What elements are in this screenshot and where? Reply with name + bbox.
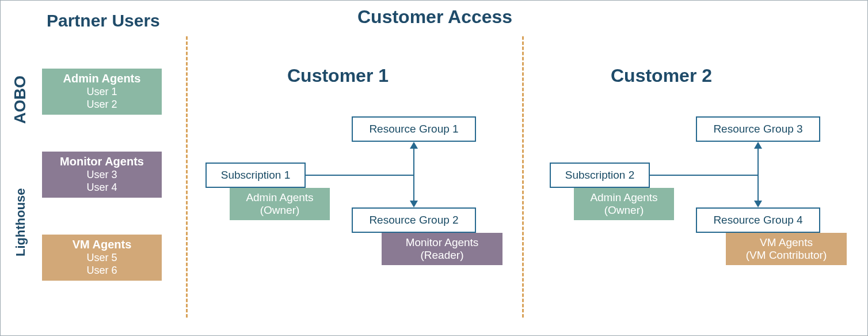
divider-1 [186, 36, 188, 318]
subscription2-tag-role: (Owner) [604, 204, 644, 217]
rg4-tag: VM Agents (VM Contributor) [726, 233, 847, 265]
subscription1-tag-role: (Owner) [260, 204, 300, 217]
monitor-agents-user2: User 4 [42, 181, 162, 194]
rg4-box: Resource Group 4 [696, 207, 820, 233]
divider-2 [522, 36, 524, 318]
rg2-box: Resource Group 2 [352, 207, 476, 233]
rg4-tag-title: VM Agents [760, 236, 813, 249]
monitor-agents-card-title: Monitor Agents [42, 155, 162, 168]
customer-access-title: Customer Access [357, 6, 512, 28]
partner-users-title: Partner Users [47, 11, 160, 31]
vm-agents-card: VM Agents User 5 User 6 [42, 235, 162, 281]
admin-agents-user1: User 1 [42, 85, 162, 98]
c2-hline [650, 175, 757, 176]
admin-agents-card: Admin Agents User 1 User 2 [42, 69, 162, 115]
subscription1-tag: Admin Agents (Owner) [230, 188, 330, 220]
vm-agents-card-title: VM Agents [42, 238, 162, 251]
rg2-tag-title: Monitor Agents [406, 236, 479, 249]
rg3-box: Resource Group 3 [696, 116, 820, 142]
monitor-agents-user1: User 3 [42, 168, 162, 181]
c1-hline [306, 175, 413, 176]
subscription1-box: Subscription 1 [205, 163, 306, 188]
rg4-tag-role: (VM Contributor) [746, 249, 827, 262]
admin-agents-user2: User 2 [42, 98, 162, 111]
vm-agents-user1: User 5 [42, 251, 162, 264]
subscription2-tag-title: Admin Agents [590, 191, 657, 204]
rg2-tag-role: (Reader) [421, 249, 464, 262]
c1-arrow-up [410, 142, 418, 149]
aobo-label: AOBO [11, 69, 29, 131]
subscription2-box: Subscription 2 [550, 163, 650, 188]
c2-arrow-down [754, 201, 762, 207]
c1-vline [413, 149, 414, 201]
lighthouse-label: Lighthouse [13, 156, 28, 289]
subscription2-tag: Admin Agents (Owner) [574, 188, 674, 220]
vm-agents-user2: User 6 [42, 264, 162, 277]
rg2-tag: Monitor Agents (Reader) [382, 233, 502, 265]
c2-arrow-up [754, 142, 762, 149]
customer2-title: Customer 2 [611, 65, 712, 86]
rg1-box: Resource Group 1 [352, 116, 476, 142]
customer1-title: Customer 1 [287, 65, 389, 86]
admin-agents-card-title: Admin Agents [42, 72, 162, 85]
c1-arrow-down [410, 201, 418, 207]
c2-vline [757, 149, 759, 201]
monitor-agents-card: Monitor Agents User 3 User 4 [42, 152, 162, 198]
subscription1-tag-title: Admin Agents [246, 191, 313, 204]
